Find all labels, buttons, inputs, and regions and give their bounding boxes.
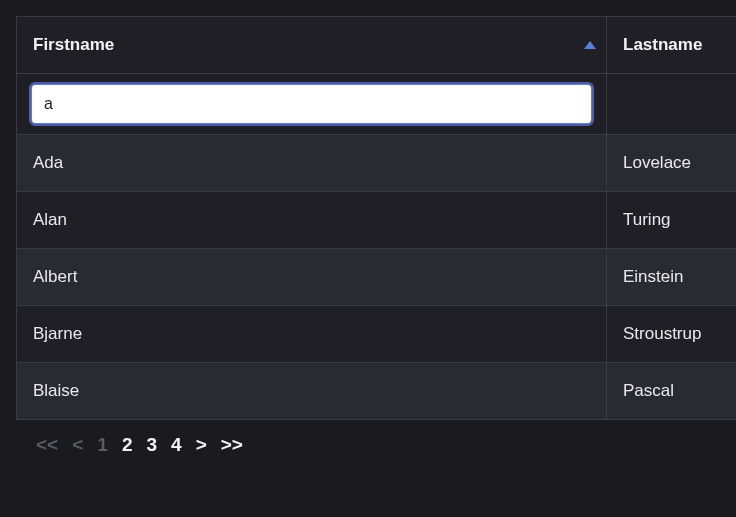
cell-firstname: Bjarne <box>17 306 607 363</box>
table-row: Bjarne Stroustrup <box>17 306 737 363</box>
table-row: Alan Turing <box>17 192 737 249</box>
column-header-label: Lastname <box>623 35 702 54</box>
data-table: Firstname Lastname Ada Lovelace Alan <box>16 16 736 420</box>
cell-lastname: Lovelace <box>607 135 737 192</box>
sort-asc-icon <box>584 41 596 49</box>
filter-cell-firstname <box>17 74 607 135</box>
table-body: Ada Lovelace Alan Turing Albert Einstein… <box>17 135 737 420</box>
pager-page-3[interactable]: 3 <box>144 434 159 456</box>
cell-firstname: Ada <box>17 135 607 192</box>
cell-lastname: Einstein <box>607 249 737 306</box>
cell-lastname: Stroustrup <box>607 306 737 363</box>
cell-lastname: Pascal <box>607 363 737 420</box>
cell-firstname: Blaise <box>17 363 607 420</box>
table-row: Ada Lovelace <box>17 135 737 192</box>
cell-lastname: Turing <box>607 192 737 249</box>
table-row: Blaise Pascal <box>17 363 737 420</box>
table-row: Albert Einstein <box>17 249 737 306</box>
pager-page-2[interactable]: 2 <box>120 434 135 456</box>
pager: << < 1 2 3 4 > >> <box>16 420 736 456</box>
pager-page-4[interactable]: 4 <box>169 434 184 456</box>
column-header-lastname[interactable]: Lastname <box>607 17 737 74</box>
column-header-firstname[interactable]: Firstname <box>17 17 607 74</box>
filter-input-firstname[interactable] <box>31 84 592 124</box>
column-header-label: Firstname <box>33 35 114 54</box>
pager-first-button[interactable]: << <box>34 434 60 456</box>
cell-firstname: Alan <box>17 192 607 249</box>
filter-cell-lastname <box>607 74 737 135</box>
pager-prev-button[interactable]: < <box>70 434 85 456</box>
cell-firstname: Albert <box>17 249 607 306</box>
pager-next-button[interactable]: > <box>194 434 209 456</box>
pager-page-1[interactable]: 1 <box>95 434 110 456</box>
pager-last-button[interactable]: >> <box>219 434 245 456</box>
